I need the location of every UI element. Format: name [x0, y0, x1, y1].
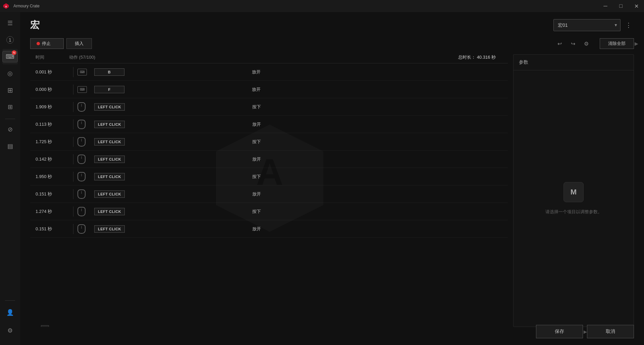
page-title: 宏	[30, 19, 40, 32]
action-button[interactable]: LEFT CLICK	[94, 138, 125, 146]
action-button[interactable]: LEFT CLICK	[94, 208, 125, 215]
cancel-button[interactable]: 取消	[587, 325, 634, 338]
type-icon-cell	[77, 224, 94, 234]
time-cell: 0.142 秒	[36, 156, 69, 162]
mouse-icon	[77, 172, 86, 181]
settings-icon: ⚙	[7, 327, 13, 334]
operation-text: 按下	[252, 209, 261, 215]
sidebar-item-user[interactable]: 👤	[2, 305, 18, 320]
close-button[interactable]: ✕	[629, 0, 644, 12]
type-icon-cell	[77, 155, 94, 164]
redo-button[interactable]: ↪	[568, 38, 578, 49]
type-icon-cell: ⌨	[77, 69, 94, 75]
tools-icon: ⊞	[8, 103, 13, 111]
table-row[interactable]: 0.000 秒⌨F放开	[30, 81, 508, 98]
titlebar: A Armoury Crate ─ □ ✕	[0, 0, 644, 12]
macro-dropdown-wrapper[interactable]: 宏01 宏02 宏03 ▼	[553, 19, 621, 31]
type-icon-cell: ⌨	[77, 86, 94, 93]
add-row-button[interactable]: +	[41, 325, 49, 327]
sidebar-item-tag[interactable]: ⊘	[2, 122, 18, 137]
more-button[interactable]: ⋮	[623, 20, 634, 31]
minimize-button[interactable]: ─	[598, 0, 613, 12]
sidebar-divider-1	[5, 119, 15, 119]
operation-text: 按下	[252, 139, 261, 145]
table-row[interactable]: 1.725 秒LEFT CLICK按下	[30, 133, 508, 151]
stop-button[interactable]: 停止	[30, 38, 64, 49]
card-icon: ▤	[7, 142, 13, 150]
params-hint: 请选择一个项目以调整参数。	[545, 209, 602, 215]
table-body[interactable]: 0.001 秒⌨B放开0.000 秒⌨F放开1.909 秒LEFT CLICK按…	[30, 63, 508, 326]
sidebar-item-lighting[interactable]: ◎	[2, 66, 18, 81]
insert-button[interactable]: 插入	[66, 38, 92, 49]
operation-text: 按下	[252, 104, 261, 110]
macro-selector: 宏01 宏02 宏03 ▼ ⋮	[553, 19, 634, 31]
sidebar-item-card[interactable]: ▤	[2, 138, 18, 154]
type-icon-cell	[77, 189, 94, 199]
mouse-icon	[77, 224, 86, 234]
table-row[interactable]: 0.001 秒⌨B放开	[30, 63, 508, 81]
separator	[73, 189, 73, 199]
macro-dropdown[interactable]: 宏01 宏02 宏03	[553, 19, 621, 31]
operation-text: 放开	[252, 156, 261, 162]
table-container: 时间 动作 (57/100) 总时长： 40.316 秒 0.001 秒⌨B放开…	[30, 54, 508, 327]
undo-button[interactable]: ↩	[554, 38, 565, 49]
mouse-icon	[77, 189, 86, 199]
action-button[interactable]: LEFT CLICK	[94, 190, 125, 198]
sidebar-item-tools[interactable]: ⊞	[2, 99, 18, 115]
action-button[interactable]: LEFT CLICK	[94, 156, 125, 163]
type-icon-cell	[77, 120, 94, 129]
action-button[interactable]: LEFT CLICK	[94, 173, 125, 180]
action-button[interactable]: B	[94, 68, 124, 76]
type-icon-cell	[77, 102, 94, 112]
table-row[interactable]: 1.909 秒LEFT CLICK按下	[30, 98, 508, 116]
window-controls: ─ □ ✕	[598, 0, 644, 12]
separator	[73, 102, 73, 112]
table-row[interactable]: 0.142 秒LEFT CLICK放开	[30, 151, 508, 168]
header-row: 宏 宏01 宏02 宏03 ▼ ⋮	[30, 19, 634, 32]
app-title: Armoury Crate	[12, 4, 598, 8]
table-row[interactable]: 1.274 秒LEFT CLICK按下	[30, 203, 508, 220]
time-cell: 0.151 秒	[36, 226, 69, 232]
app-logo: A	[0, 0, 12, 12]
save-button[interactable]: 保存	[536, 325, 583, 338]
maximize-button[interactable]: □	[613, 0, 629, 12]
keyboard-icon: ⌨	[77, 86, 87, 93]
settings-button[interactable]: ⚙	[581, 38, 592, 49]
red-dot-icon	[37, 42, 40, 45]
action-button[interactable]: LEFT CLICK	[94, 225, 125, 233]
sidebar-divider-2	[5, 300, 15, 301]
operation-text: 按下	[252, 174, 261, 180]
sidebar-item-menu[interactable]: ☰	[2, 15, 18, 31]
sidebar-item-settings[interactable]: ⚙	[2, 323, 18, 338]
sidebar-item-profile[interactable]: 1	[2, 32, 18, 48]
col-action-header: 动作 (57/100)	[69, 54, 136, 60]
type-icon-cell	[77, 172, 94, 181]
action-button[interactable]: LEFT CLICK	[94, 103, 125, 111]
plus-icon: +	[43, 326, 46, 327]
params-header: 参数	[514, 55, 634, 70]
separator	[73, 224, 73, 234]
user-icon: 👤	[6, 309, 14, 316]
table-row[interactable]: 0.113 秒LEFT CLICK放开	[30, 116, 508, 133]
separator	[73, 172, 73, 182]
time-cell: 0.001 秒	[36, 69, 69, 75]
table-row[interactable]: 0.151 秒LEFT CLICK放开	[30, 220, 508, 238]
operation-text: 放开	[252, 121, 261, 127]
separator	[73, 84, 73, 95]
bottom-buttons: 保存 取消	[536, 325, 634, 338]
sidebar-item-media[interactable]: ⊞	[2, 82, 18, 98]
table-row[interactable]: 1.950 秒LEFT CLICK按下	[30, 168, 508, 185]
sidebar-item-keyboard[interactable]: ⌨ N	[2, 49, 18, 64]
table-header: 时间 动作 (57/100) 总时长： 40.316 秒	[30, 54, 508, 63]
sidebar-bottom: 👤 ⚙	[2, 298, 18, 345]
operation-text: 放开	[252, 226, 261, 232]
type-icon-cell	[77, 207, 94, 216]
action-button[interactable]: F	[94, 86, 124, 93]
action-button[interactable]: LEFT CLICK	[94, 121, 125, 128]
svg-text:A: A	[5, 5, 7, 8]
params-icon: M	[564, 182, 584, 202]
menu-icon: ☰	[7, 19, 13, 27]
clear-all-button[interactable]: 清除全部	[600, 38, 634, 49]
table-row[interactable]: 0.151 秒LEFT CLICK放开	[30, 185, 508, 203]
operation-text: 放开	[252, 87, 261, 93]
